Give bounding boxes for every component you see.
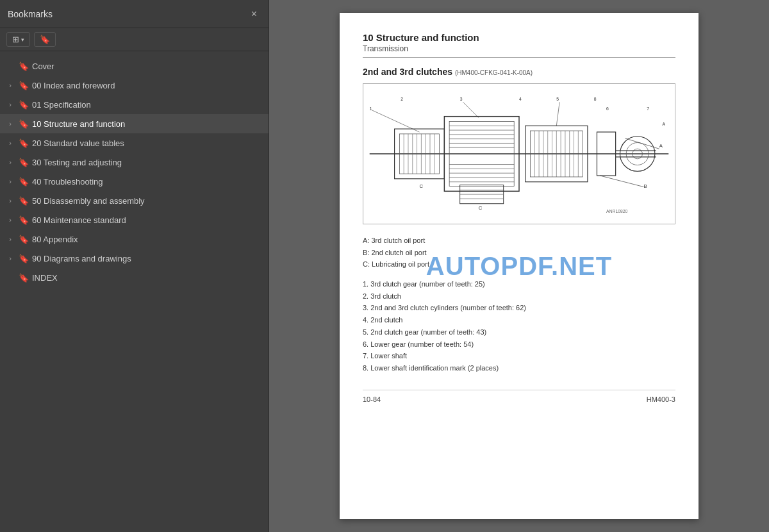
legend-numbered: 1. 3rd clutch gear (number of teeth: 25)… — [363, 278, 675, 374]
chevron-90: › — [5, 254, 15, 262]
bookmark-icon-index: 🔖 — [18, 273, 29, 283]
svg-text:A: A — [663, 122, 666, 126]
view-button[interactable]: ⊞ ▾ — [6, 32, 30, 47]
main-content: 10 Structure and function Transmission 2… — [269, 0, 769, 532]
sidebar-item-10[interactable]: › 🔖 10 Structure and function — [0, 114, 269, 133]
sidebar-item-label-00: 00 Index and foreword — [32, 81, 115, 90]
page-number: 10-84 — [363, 395, 381, 403]
sidebar-title: Bookmarks — [8, 9, 53, 19]
legend-item-8: 8. Lower shaft identification mark (2 pl… — [363, 362, 675, 374]
svg-text:5: 5 — [556, 97, 559, 101]
legend-item-4: 4. 2nd clutch — [363, 314, 675, 326]
chevron-20: › — [5, 139, 15, 147]
sidebar-item-30[interactable]: › 🔖 30 Testing and adjusting — [0, 153, 269, 172]
sidebar-item-label-30: 30 Testing and adjusting — [32, 158, 122, 167]
legend-item-3: 3. 2nd and 3rd clutch cylinders (number … — [363, 302, 675, 314]
svg-line-58 — [556, 102, 559, 126]
bookmark-icon-20: 🔖 — [18, 138, 29, 148]
svg-text:2: 2 — [401, 97, 403, 101]
chevron-80: › — [5, 235, 15, 243]
sidebar-item-60[interactable]: › 🔖 60 Maintenance standard — [0, 210, 269, 229]
bookmark-icon-50: 🔖 — [18, 196, 29, 206]
bookmarks-list: › 🔖 Cover › 🔖 00 Index and foreword › 🔖 … — [0, 51, 269, 532]
svg-text:3: 3 — [460, 97, 463, 101]
sidebar-item-80[interactable]: › 🔖 80 Appendix — [0, 229, 269, 249]
sidebar-item-20[interactable]: › 🔖 20 Standard value tables — [0, 133, 269, 153]
svg-line-56 — [463, 102, 479, 117]
svg-text:ANR10820: ANR10820 — [606, 209, 627, 213]
close-button[interactable]: × — [247, 7, 261, 21]
sidebar-item-index[interactable]: › 🔖 INDEX — [0, 268, 269, 287]
sidebar-item-label-50: 50 Disassembly and assembly — [32, 196, 145, 206]
clutches-heading-text: 2nd and 3rd clutches — [363, 67, 452, 77]
sidebar-item-label-cover: Cover — [32, 62, 54, 71]
bookmark-icon-40: 🔖 — [18, 177, 29, 187]
legend-item-2: 2. 3rd clutch — [363, 290, 675, 303]
svg-text:B: B — [643, 183, 647, 189]
clutches-code: (HM400-CFKG-041-K-00A) — [455, 69, 533, 76]
bookmark-icon-cover: 🔖 — [18, 62, 29, 71]
svg-text:A: A — [659, 143, 663, 149]
sidebar-header: Bookmarks × — [0, 0, 269, 28]
diagram-svg: C C B A 1 3 5 6 7 A 2 4 8 — [363, 84, 675, 224]
svg-text:C: C — [419, 183, 423, 189]
sidebar-item-40[interactable]: › 🔖 40 Troubleshooting — [0, 172, 269, 191]
bookmark-toolbar-button[interactable]: 🔖 — [34, 32, 56, 47]
sidebar-item-label-10: 10 Structure and function — [32, 119, 125, 129]
bookmark-icon-90: 🔖 — [18, 254, 29, 263]
sidebar-item-00[interactable]: › 🔖 00 Index and foreword — [0, 76, 269, 95]
chevron-01: › — [5, 101, 15, 108]
svg-text:4: 4 — [519, 97, 522, 101]
legend-item-6: 6. Lower gear (number of teeth: 54) — [363, 338, 675, 351]
sidebar-item-cover[interactable]: › 🔖 Cover — [0, 56, 269, 76]
svg-text:C: C — [479, 205, 483, 211]
chevron-60: › — [5, 216, 15, 224]
bookmark-icon-10: 🔖 — [18, 119, 29, 129]
chevron-10: › — [5, 120, 15, 128]
diagram-container: C C B A 1 3 5 6 7 A 2 4 8 — [363, 83, 675, 224]
legend-item-1: 1. 3rd clutch gear (number of teeth: 25) — [363, 278, 675, 290]
doc-subsection-title: Transmission — [363, 44, 675, 58]
svg-line-52 — [600, 176, 643, 187]
sidebar-item-label-index: INDEX — [32, 273, 58, 283]
legend-item-a: A: 3rd clutch oil port — [363, 235, 675, 247]
grid-icon: ⊞ — [12, 35, 19, 44]
bookmark-icon-00: 🔖 — [18, 81, 29, 90]
svg-text:6: 6 — [606, 106, 609, 111]
page-document: 10 Structure and function Transmission 2… — [340, 13, 699, 519]
sidebar-item-label-90: 90 Diagrams and drawings — [32, 254, 131, 263]
doc-number: HM400-3 — [647, 395, 675, 403]
legend-item-5: 5. 2nd clutch gear (number of teeth: 43) — [363, 326, 675, 338]
sidebar-item-50[interactable]: › 🔖 50 Disassembly and assembly — [0, 191, 269, 210]
bookmark-icon-80: 🔖 — [18, 235, 29, 244]
clutches-heading: 2nd and 3rd clutches (HM400-CFKG-041-K-0… — [363, 67, 675, 77]
legend-item-7: 7. Lower shaft — [363, 350, 675, 362]
sidebar-item-90[interactable]: › 🔖 90 Diagrams and drawings — [0, 249, 269, 268]
svg-text:7: 7 — [647, 106, 649, 111]
bookmark-icon-01: 🔖 — [18, 100, 29, 110]
sidebar-item-label-01: 01 Specification — [32, 100, 91, 110]
legend-item-c: C: Lubricating oil port — [363, 258, 675, 270]
sidebar-item-label-80: 80 Appendix — [32, 235, 78, 244]
bookmark-icon-toolbar: 🔖 — [40, 35, 50, 44]
legend-item-b: B: 2nd clutch oil port — [363, 247, 675, 259]
bookmark-icon-60: 🔖 — [18, 215, 29, 225]
svg-line-51 — [625, 138, 659, 149]
doc-section-title: 10 Structure and function — [363, 32, 675, 43]
svg-text:8: 8 — [594, 97, 597, 101]
sidebar-item-label-20: 20 Standard value tables — [32, 138, 124, 148]
svg-text:1: 1 — [370, 106, 372, 111]
chevron-50: › — [5, 197, 15, 204]
legend-abc: A: 3rd clutch oil port B: 2nd clutch oil… — [363, 235, 675, 270]
page-footer: 10-84 HM400-3 — [363, 390, 675, 403]
sidebar-item-label-40: 40 Troubleshooting — [32, 177, 103, 187]
chevron-30: › — [5, 158, 15, 166]
sidebar-item-label-60: 60 Maintenance standard — [32, 215, 126, 225]
chevron-down-icon: ▾ — [21, 37, 24, 43]
sidebar: Bookmarks × ⊞ ▾ 🔖 › 🔖 Cover › 🔖 00 Index… — [0, 0, 269, 532]
chevron-40: › — [5, 178, 15, 185]
sidebar-item-01[interactable]: › 🔖 01 Specification — [0, 95, 269, 114]
chevron-00: › — [5, 81, 15, 89]
bookmark-icon-30: 🔖 — [18, 158, 29, 167]
sidebar-toolbar: ⊞ ▾ 🔖 — [0, 28, 269, 51]
